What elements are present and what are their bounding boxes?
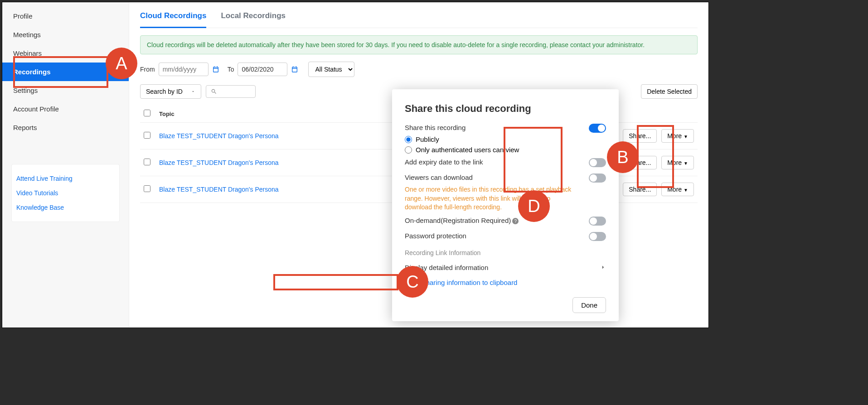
help-video-tutorials[interactable]: Video Tutorials bbox=[16, 186, 115, 200]
topic-link[interactable]: Blaze TEST_STUDENT Dragon's Persona bbox=[159, 159, 279, 166]
nav-profile[interactable]: Profile bbox=[2, 7, 129, 25]
help-live-training[interactable]: Attend Live Training bbox=[16, 171, 115, 186]
calendar-icon[interactable] bbox=[291, 66, 298, 73]
share-recording-label: Share this recording bbox=[405, 124, 466, 131]
search-by-label: Search by ID bbox=[146, 88, 183, 95]
recordings-tabs: Cloud Recordings Local Recordings bbox=[140, 2, 698, 28]
search-input-box[interactable] bbox=[206, 85, 256, 98]
annotation-box-d bbox=[504, 127, 563, 193]
search-by-dropdown[interactable]: Search by ID bbox=[140, 84, 201, 99]
to-date-input[interactable] bbox=[238, 63, 287, 76]
annotation-box-c bbox=[273, 274, 398, 290]
annotation-c: C bbox=[397, 266, 428, 298]
annotation-d: D bbox=[518, 190, 550, 222]
app-window: Profile Meetings Webinars Recordings Set… bbox=[2, 2, 709, 328]
display-detailed-link[interactable]: Display detailed information bbox=[405, 260, 606, 275]
on-demand-label: On-demand(Registration Required)? bbox=[405, 217, 519, 225]
done-button[interactable]: Done bbox=[572, 297, 606, 313]
annotation-box-b bbox=[637, 125, 674, 188]
topic-link[interactable]: Blaze TEST_STUDENT Dragon's Persona bbox=[159, 186, 279, 193]
to-label: To bbox=[228, 66, 234, 73]
help-icon[interactable]: ? bbox=[512, 218, 519, 224]
share-publicly-label: Publicly bbox=[416, 135, 439, 143]
share-auth-radio[interactable] bbox=[405, 146, 412, 154]
share-recording-toggle[interactable] bbox=[589, 124, 606, 133]
modal-title: Share this cloud recording bbox=[405, 103, 606, 115]
expiry-toggle[interactable] bbox=[589, 158, 606, 167]
select-all-checkbox[interactable] bbox=[144, 110, 150, 116]
calendar-icon[interactable] bbox=[212, 66, 219, 73]
help-links-box: Attend Live Training Video Tutorials Kno… bbox=[11, 164, 120, 222]
from-label: From bbox=[140, 66, 155, 73]
help-knowledge-base[interactable]: Knowledge Base bbox=[16, 200, 115, 215]
nav-reports[interactable]: Reports bbox=[2, 118, 129, 137]
password-toggle[interactable] bbox=[589, 232, 606, 241]
password-label: Password protection bbox=[405, 232, 466, 240]
download-label: Viewers can download bbox=[405, 174, 473, 181]
nav-meetings[interactable]: Meetings bbox=[2, 25, 129, 44]
row-checkbox[interactable] bbox=[144, 159, 150, 165]
annotation-b: B bbox=[607, 141, 639, 173]
row-checkbox[interactable] bbox=[144, 185, 150, 192]
topic-link[interactable]: Blaze TEST_STUDENT Dragon's Persona bbox=[159, 132, 279, 140]
on-demand-toggle[interactable] bbox=[589, 217, 606, 226]
tab-local-recordings[interactable]: Local Recordings bbox=[221, 8, 286, 28]
tab-cloud-recordings[interactable]: Cloud Recordings bbox=[140, 8, 206, 28]
from-date-input[interactable] bbox=[159, 63, 209, 76]
annotation-box-a bbox=[13, 56, 108, 88]
search-icon bbox=[211, 88, 217, 95]
download-toggle[interactable] bbox=[589, 174, 606, 183]
expiry-label: Add expiry date to the link bbox=[405, 158, 483, 166]
share-publicly-radio[interactable] bbox=[405, 136, 412, 143]
delete-selected-button[interactable]: Delete Selected bbox=[641, 84, 698, 99]
row-checkbox[interactable] bbox=[144, 132, 150, 139]
status-select[interactable]: All Status bbox=[308, 62, 354, 77]
nav-account-profile[interactable]: Account Profile bbox=[2, 100, 129, 118]
link-info-heading: Recording Link Information bbox=[405, 249, 606, 256]
sidebar: Profile Meetings Webinars Recordings Set… bbox=[2, 2, 129, 328]
auto-delete-banner: Cloud recordings will be deleted automat… bbox=[140, 35, 698, 54]
date-filters: From To All Status bbox=[140, 62, 698, 77]
chevron-right-icon bbox=[600, 264, 606, 270]
copy-sharing-info-link[interactable]: Copy sharing information to clipboard bbox=[405, 275, 606, 290]
annotation-a: A bbox=[106, 48, 137, 79]
chevron-down-icon bbox=[191, 89, 195, 94]
